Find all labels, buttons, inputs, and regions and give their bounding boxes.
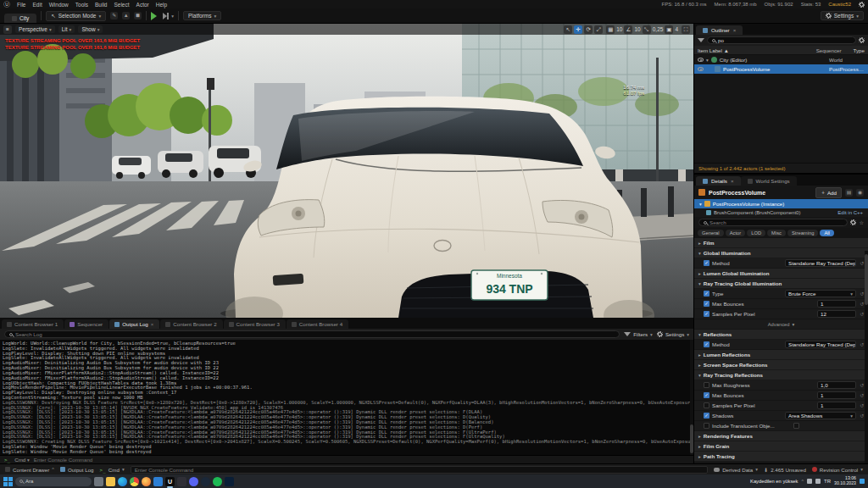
visibility-eye-icon[interactable] — [698, 58, 704, 62]
session-label[interactable]: Caustic52 — [828, 2, 851, 7]
select-tool-icon[interactable]: ↖ — [564, 25, 572, 34]
steam-icon[interactable] — [201, 477, 210, 486]
rotate-tool-icon[interactable]: ⟳ — [584, 25, 593, 34]
override-checkbox[interactable] — [704, 402, 709, 408]
platforms-dropdown[interactable]: Platforms ▾ — [183, 11, 221, 20]
section-global-illumination[interactable]: ▾Global Illumination — [694, 248, 868, 258]
column-type[interactable]: Type — [854, 47, 865, 53]
include-translucent-checkbox[interactable] — [793, 423, 799, 429]
tab-content-browser-2[interactable]: Content Browser 2 — [160, 319, 222, 329]
spotify-icon[interactable] — [213, 477, 222, 486]
section-rt-gi[interactable]: ▾Ray Tracing Global Illumination — [694, 279, 868, 289]
settings-dropdown[interactable]: Settings ▾ — [821, 11, 864, 20]
section-reflections[interactable]: ▾Reflections — [694, 330, 868, 340]
chip-all[interactable]: All — [820, 230, 833, 236]
chrome-browser-icon[interactable] — [130, 477, 139, 486]
tab-details[interactable]: Details × — [696, 176, 741, 186]
content-drawer-button[interactable]: Content Drawer ^ — [5, 467, 54, 473]
chip-actor[interactable]: Actor — [726, 230, 746, 236]
details-search-input[interactable]: Search — [698, 219, 848, 226]
override-checkbox[interactable]: ✓ — [704, 311, 709, 317]
unreal-engine-icon[interactable]: U — [165, 477, 175, 486]
unreal-logo-icon[interactable]: U — [3, 1, 10, 8]
rtr-spp-input[interactable]: 1 — [817, 402, 856, 409]
scale-snap-icon[interactable]: ⤡ — [643, 25, 651, 34]
output-log-body[interactable]: LogWorld: UWorld::CleanupWorld for City,… — [0, 340, 693, 455]
rotation-snap-icon[interactable]: ∠ — [624, 25, 632, 34]
expand-arrow-icon[interactable]: ▾ — [706, 58, 709, 63]
details-settings-icon[interactable] — [850, 219, 856, 225]
outliner-settings-icon[interactable] — [859, 37, 865, 43]
override-checkbox[interactable]: ✓ — [704, 413, 709, 419]
vscode-icon[interactable] — [153, 477, 163, 486]
rotation-snap-value[interactable]: 10 — [634, 26, 640, 32]
tab-content-browser-3[interactable]: Content Browser 3 — [224, 319, 286, 329]
tab-content-browser-4[interactable]: Content Browser 4 — [287, 319, 348, 329]
grid-snap-icon[interactable]: ▦ — [606, 25, 615, 34]
override-checkbox[interactable]: ✓ — [704, 301, 709, 307]
discord-icon[interactable] — [189, 477, 198, 486]
column-item-label[interactable]: Item Label ▲ — [698, 47, 729, 53]
play-options-chevron-icon[interactable]: ▾ — [171, 14, 174, 19]
file-explorer-icon[interactable] — [106, 477, 115, 486]
override-checkbox[interactable]: ✓ — [704, 392, 709, 398]
start-button[interactable] — [3, 477, 13, 486]
taskbar-notification-text[interactable]: Kaydedilen en yüksek — [750, 479, 798, 484]
derived-data-dropdown[interactable]: Derived Data ▾ — [714, 467, 758, 473]
firefox-browser-icon[interactable] — [142, 477, 151, 486]
rtgi-type-dropdown[interactable]: Brute Force▾ — [785, 290, 856, 297]
component-row-brush[interactable]: BrushComponent (BrushComponent0) Edit in… — [694, 208, 868, 217]
favorites-star-icon[interactable]: ☆ — [859, 219, 864, 225]
tab-world-settings[interactable]: World Settings — [741, 176, 797, 186]
taskbar-search[interactable]: Ara — [15, 477, 92, 486]
close-icon[interactable]: × — [151, 322, 154, 327]
override-checkbox[interactable]: ✓ — [704, 260, 709, 266]
outliner-row-city[interactable]: ▾ City (Editor) World — [694, 55, 868, 64]
section-lumen-reflections[interactable]: ▸Lumen Reflections — [694, 350, 868, 360]
edit-in-cpp-link[interactable]: Edit in C++ — [837, 210, 863, 215]
menu-file[interactable]: File — [14, 2, 29, 8]
add-component-button[interactable]: ＋ Add — [815, 187, 842, 198]
selection-mode-dropdown[interactable]: ↖ Selection Mode ▾ — [46, 11, 106, 21]
tab-outliner[interactable]: Outliner × — [696, 25, 743, 35]
section-path-tracing[interactable]: ▸Path Tracing — [694, 452, 868, 462]
unsaved-indicator[interactable]: ⬇ 2.465 Unsaved — [764, 467, 806, 473]
section-ssr[interactable]: ▸Screen Space Reflections — [694, 360, 868, 370]
log-search-input[interactable]: Search Log — [4, 330, 620, 338]
override-checkbox[interactable]: ✓ — [704, 291, 709, 297]
lit-dropdown[interactable]: Lit▾ — [58, 25, 75, 33]
override-checkbox[interactable] — [704, 423, 709, 429]
language-indicator[interactable]: TR — [824, 479, 831, 484]
close-icon[interactable]: × — [733, 27, 737, 33]
paint-tool-icon[interactable]: ✎ — [110, 12, 118, 19]
log-filters-dropdown[interactable]: Filters ▾ — [624, 331, 653, 337]
chip-general[interactable]: General — [698, 230, 724, 236]
log-settings-dropdown[interactable]: Settings ▾ — [657, 331, 689, 337]
level-tab-city[interactable]: City — [4, 14, 36, 23]
menu-actor[interactable]: Actor — [133, 2, 153, 8]
task-view-icon[interactable] — [94, 477, 103, 486]
menu-build[interactable]: Build — [92, 2, 110, 8]
close-icon[interactable]: × — [731, 178, 734, 184]
taskbar-clock[interactable]: 13:06 30.10.2023 — [834, 476, 856, 486]
rtr-max-bounces-input[interactable]: 1 — [817, 391, 856, 399]
volume-icon[interactable] — [815, 479, 821, 484]
tray-expand-icon[interactable]: ^ — [801, 479, 804, 484]
rtgi-max-bounces-input[interactable]: 1 — [817, 300, 856, 308]
console-command-input[interactable]: Enter Console Command — [34, 457, 92, 463]
landscape-tool-icon[interactable]: ▲ — [122, 12, 130, 19]
notification-center-icon[interactable] — [860, 479, 865, 484]
outliner-row-postprocessvolume[interactable]: PostProcessVolume PostProcessVolume — [694, 64, 868, 74]
scale-snap-value[interactable]: 0,25 — [653, 26, 664, 32]
show-dropdown[interactable]: Show▾ — [78, 25, 103, 33]
section-rendering-features[interactable]: ▸Rendering Features — [694, 431, 868, 441]
revision-control-dropdown[interactable]: Revision Control ▾ — [812, 467, 863, 473]
log-scrollbar[interactable] — [690, 340, 693, 455]
tab-content-browser-1[interactable]: Content Browser 1 — [2, 319, 64, 329]
move-tool-icon[interactable]: ✛ — [574, 25, 582, 34]
chip-misc[interactable]: Misc — [767, 230, 786, 236]
tab-sequencer[interactable]: Sequencer — [64, 319, 108, 329]
advanced-expander[interactable]: Advanced ▾ — [694, 319, 868, 330]
override-checkbox[interactable] — [704, 382, 709, 388]
skip-frame-button[interactable] — [163, 13, 167, 19]
